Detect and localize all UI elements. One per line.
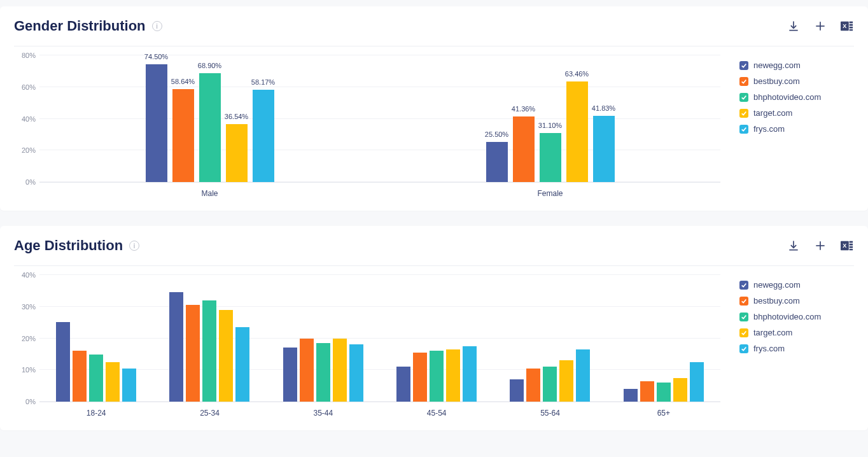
info-icon[interactable]: i (152, 21, 162, 31)
bar-target[interactable] (673, 378, 687, 402)
legend-swatch-icon (739, 344, 748, 353)
legend-item-bestbuy[interactable]: bestbuy.com (739, 296, 854, 306)
bar-newegg[interactable] (169, 292, 183, 402)
legend-item-newegg[interactable]: newegg.com (739, 280, 854, 290)
bar-value-label: 25.50% (485, 130, 508, 138)
x-axis-tick: 45-54 (380, 409, 493, 418)
legend-swatch-icon (739, 313, 748, 321)
legend-swatch-icon (739, 93, 748, 102)
legend-item-newegg[interactable]: newegg.com (739, 60, 854, 70)
plus-icon[interactable] (813, 19, 827, 33)
bar-bestbuy[interactable] (186, 305, 200, 402)
bar-bestbuy[interactable] (526, 369, 540, 402)
y-axis-tick: 0% (14, 178, 36, 186)
legend-item-bhphotovideo[interactable]: bhphotovideo.com (739, 312, 854, 321)
excel-export-icon[interactable]: X (840, 239, 854, 253)
bar-bestbuy[interactable]: 41.36% (513, 116, 535, 182)
legend-item-target[interactable]: target.com (739, 108, 854, 118)
bar-bhphotovideo[interactable] (543, 367, 557, 402)
bar-target[interactable] (446, 349, 460, 402)
legend-label: target.com (753, 108, 792, 118)
bar-newegg[interactable] (510, 379, 524, 402)
x-axis-tick: 35-44 (267, 409, 380, 418)
excel-export-icon[interactable]: X (840, 19, 854, 33)
plus-icon[interactable] (813, 239, 827, 253)
legend-label: newegg.com (753, 60, 801, 70)
legend-item-bhphotovideo[interactable]: bhphotovideo.com (739, 92, 854, 102)
bar-bestbuy[interactable] (640, 381, 654, 402)
bar-frys[interactable]: 58.17% (253, 90, 274, 182)
bar-value-label: 31.10% (538, 122, 562, 129)
download-icon[interactable] (787, 239, 801, 253)
x-axis-tick: 25-34 (153, 409, 266, 418)
legend-label: bestbuy.com (753, 76, 800, 86)
bar-bhphotovideo[interactable]: 68.90% (199, 73, 221, 182)
x-axis-tick: 18-24 (39, 409, 153, 418)
bar-bestbuy[interactable] (413, 353, 427, 402)
legend-swatch-icon (739, 77, 748, 86)
age-panel: Age Distribution i X 0%10%20%30%40% 18-2… (0, 226, 868, 430)
bar-value-label: 63.46% (565, 70, 589, 78)
legend-item-frys[interactable]: frys.com (739, 124, 854, 134)
bar-bestbuy[interactable]: 58.64% (172, 89, 194, 182)
bar-group (607, 275, 720, 402)
bar-bhphotovideo[interactable] (89, 355, 103, 402)
bar-newegg[interactable] (396, 367, 410, 402)
bar-newegg[interactable] (624, 389, 638, 402)
bar-target[interactable]: 36.54% (226, 124, 248, 182)
x-axis-tick: Female (380, 189, 720, 198)
bar-bhphotovideo[interactable] (202, 300, 216, 402)
bar-frys[interactable] (122, 369, 136, 402)
bar-bhphotovideo[interactable] (430, 351, 444, 402)
y-axis-tick: 60% (14, 83, 36, 91)
svg-rect-10 (850, 246, 853, 248)
bar-target[interactable] (106, 362, 120, 402)
bar-group (153, 275, 266, 402)
svg-rect-2 (850, 22, 853, 24)
legend-item-bestbuy[interactable]: bestbuy.com (739, 76, 854, 86)
bar-group (267, 275, 380, 402)
bar-target[interactable] (559, 360, 573, 402)
bar-group (39, 275, 153, 402)
bar-target[interactable]: 63.46% (566, 81, 588, 182)
bar-newegg[interactable] (56, 322, 70, 402)
bar-newegg[interactable]: 74.50% (146, 64, 167, 182)
y-axis-tick: 40% (14, 271, 36, 279)
bar-frys[interactable]: 41.83% (593, 116, 615, 182)
y-axis-tick: 30% (14, 303, 36, 311)
bar-bhphotovideo[interactable] (316, 343, 330, 402)
bar-newegg[interactable] (283, 348, 297, 402)
bar-target[interactable] (333, 339, 347, 402)
bar-frys[interactable] (463, 346, 477, 402)
bar-bhphotovideo[interactable]: 31.10% (540, 133, 561, 182)
bar-frys[interactable] (349, 344, 363, 402)
legend-item-frys[interactable]: frys.com (739, 344, 854, 353)
y-axis-tick: 20% (14, 146, 36, 154)
bar-frys[interactable] (576, 349, 590, 402)
bar-value-label: 68.90% (198, 62, 221, 69)
svg-rect-9 (850, 244, 853, 246)
legend-label: frys.com (753, 344, 785, 353)
bar-bestbuy[interactable] (73, 351, 87, 402)
svg-text:X: X (843, 23, 846, 29)
bar-bestbuy[interactable] (300, 339, 314, 402)
age-title: Age Distribution (14, 237, 123, 254)
age-panel-header: Age Distribution i X (14, 237, 854, 266)
download-icon[interactable] (787, 19, 801, 33)
info-icon[interactable]: i (129, 241, 139, 251)
legend-swatch-icon (739, 61, 748, 70)
bar-bhphotovideo[interactable] (657, 383, 671, 402)
legend-item-target[interactable]: target.com (739, 328, 854, 337)
bar-group: 25.50%41.36%31.10%63.46%41.83% (380, 55, 720, 182)
legend-label: bhphotovideo.com (753, 312, 821, 321)
bar-frys[interactable] (235, 327, 249, 402)
bar-newegg[interactable]: 25.50% (486, 142, 508, 182)
bar-group (380, 275, 493, 402)
legend-label: frys.com (753, 124, 785, 134)
svg-rect-5 (850, 29, 853, 31)
svg-rect-11 (850, 249, 853, 250)
bar-value-label: 41.83% (592, 104, 615, 112)
bar-target[interactable] (219, 310, 233, 402)
bar-frys[interactable] (690, 362, 704, 402)
bar-value-label: 74.50% (144, 53, 168, 60)
